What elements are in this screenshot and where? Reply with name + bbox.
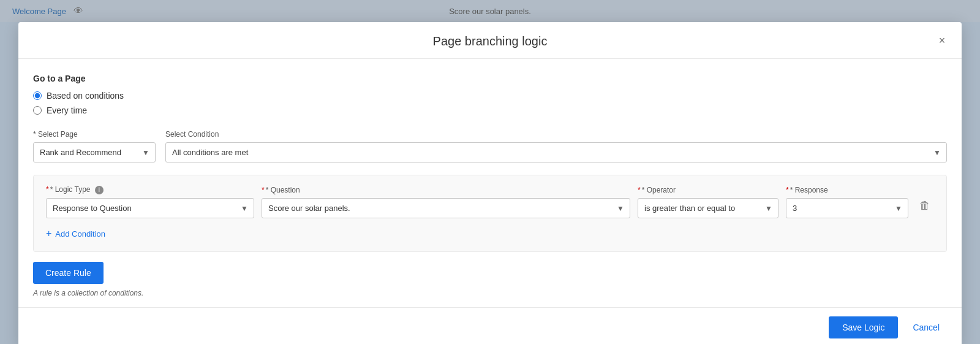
radio-group: Based on conditions Every time [33,91,947,115]
response-wrapper: 3 1 2 4 5 ▼ [786,198,908,218]
question-label: ** Question [262,186,630,194]
question-required: * [262,186,265,194]
modal-title: Page branching logic [33,34,947,48]
condition-row: ** Logic Type i Response to Question ▼ [46,185,934,218]
select-page-group: * Select Page Rank and Recommend ▼ [33,130,156,162]
radio-every-time-input[interactable] [33,106,42,115]
add-icon: + [46,228,51,239]
operator-label: ** Operator [638,186,778,194]
response-required: * [786,186,789,194]
delete-condition-button[interactable]: 🗑 [916,194,934,217]
page-condition-row: * Select Page Rank and Recommend ▼ Selec… [33,130,947,162]
question-wrapper: Score our solar panels. ▼ [262,198,630,218]
add-condition-button[interactable]: + Add Condition [46,226,105,242]
trash-icon: 🗑 [919,199,930,212]
modal-body: Go to a Page Based on conditions Every t… [18,59,962,307]
select-condition-dropdown[interactable]: All conditions are met Any condition is … [165,142,947,162]
radio-based-on-conditions[interactable]: Based on conditions [33,91,947,101]
logic-type-required: * [46,185,49,194]
response-group: ** Response 3 1 2 4 5 ▼ [786,186,908,218]
question-dropdown[interactable]: Score our solar panels. [262,198,630,218]
question-group: ** Question Score our solar panels. ▼ [262,186,630,218]
logic-type-info-icon: i [95,186,104,194]
select-page-wrapper: Rank and Recommend ▼ [33,142,156,162]
select-page-dropdown[interactable]: Rank and Recommend [33,142,156,162]
radio-every-time-label: Every time [47,105,87,115]
cancel-button[interactable]: Cancel [905,316,947,338]
modal-overlay: Page branching logic × Go to a Page Base… [0,0,980,344]
logic-type-group: ** Logic Type i Response to Question ▼ [46,185,254,218]
goto-section-label: Go to a Page [33,74,947,83]
modal-header: Page branching logic × [18,22,962,59]
add-condition-label: Add Condition [55,229,105,239]
radio-based-on-conditions-input[interactable] [33,91,42,100]
logic-type-dropdown[interactable]: Response to Question [46,198,254,218]
rule-hint: A rule is a collection of conditions. [33,289,947,297]
operator-required: * [638,186,641,194]
create-rule-button[interactable]: Create Rule [33,262,104,284]
select-condition-wrapper: All conditions are met Any condition is … [165,142,947,162]
logic-type-label: ** Logic Type i [46,185,254,194]
radio-every-time[interactable]: Every time [33,105,947,115]
response-label: ** Response [786,186,908,194]
operator-group: ** Operator is greater than or equal to … [638,186,778,218]
select-page-label: * Select Page [33,130,156,139]
save-logic-button[interactable]: Save Logic [829,316,898,338]
modal-dialog: Page branching logic × Go to a Page Base… [18,22,962,344]
operator-dropdown[interactable]: is greater than or equal to is less than… [638,198,778,218]
logic-type-wrapper: Response to Question ▼ [46,198,254,218]
modal-footer: Save Logic Cancel [18,307,962,344]
select-condition-label: Select Condition [165,130,947,139]
operator-wrapper: is greater than or equal to is less than… [638,198,778,218]
radio-based-on-conditions-label: Based on conditions [47,91,124,101]
response-dropdown[interactable]: 3 1 2 4 5 [786,198,908,218]
close-button[interactable]: × [933,32,951,49]
select-condition-group: Select Condition All conditions are met … [165,130,947,162]
conditions-section: ** Logic Type i Response to Question ▼ [33,175,947,252]
